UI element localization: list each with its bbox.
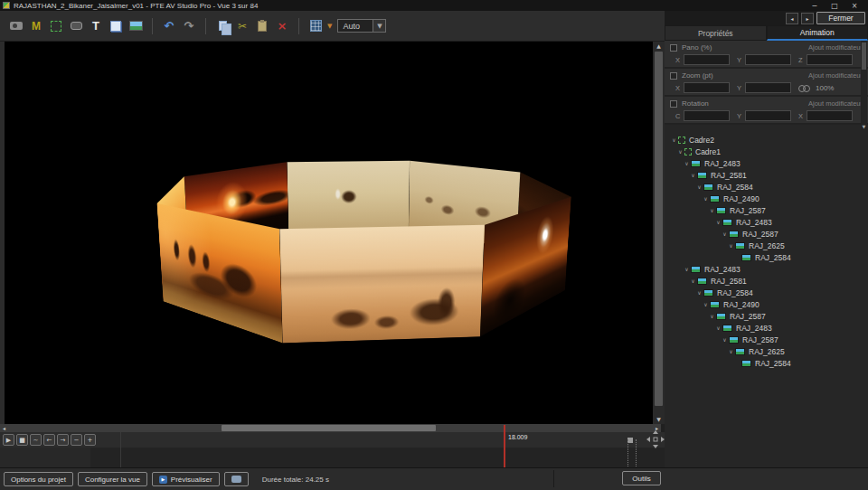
pano-z-input[interactable] bbox=[807, 54, 853, 65]
auto-zoom-combo[interactable]: Auto ▼ bbox=[337, 19, 386, 33]
timeline[interactable]: ▶■~←→−+ 18.009 bbox=[0, 432, 665, 467]
cut-button[interactable]: ✂ bbox=[233, 17, 251, 35]
tree-item-raj_2584[interactable]: RAJ_2584 bbox=[665, 251, 862, 263]
tree-item-raj_2581[interactable]: ∨RAJ_2581 bbox=[665, 169, 862, 181]
add-button-object-button[interactable] bbox=[67, 17, 85, 35]
delete-button[interactable]: × bbox=[273, 17, 291, 35]
paste-button[interactable] bbox=[253, 17, 271, 35]
chevron-down-icon[interactable]: ∨ bbox=[727, 348, 735, 354]
preview-button[interactable]: ▶Prévisualiser bbox=[152, 472, 220, 486]
chevron-down-icon[interactable]: ∨ bbox=[702, 301, 710, 307]
add-image-button[interactable] bbox=[127, 17, 145, 35]
chevron-down-icon[interactable]: ∨ bbox=[702, 195, 710, 202]
properties-scroll-down-icon[interactable]: ▼ bbox=[861, 124, 867, 130]
waveform-button[interactable]: ~ bbox=[30, 434, 42, 446]
playhead[interactable] bbox=[504, 425, 505, 467]
next-view-button[interactable]: ▸ bbox=[801, 13, 814, 24]
chevron-down-icon[interactable]: ∨ bbox=[721, 336, 729, 343]
chevron-down-icon[interactable]: ∨ bbox=[721, 231, 729, 237]
pano-checkbox[interactable] bbox=[670, 44, 677, 52]
slide-canvas[interactable] bbox=[5, 42, 653, 424]
prev-view-button[interactable]: ◂ bbox=[786, 13, 798, 24]
tree-item-raj_2490[interactable]: ∨RAJ_2490 bbox=[665, 298, 862, 310]
scroll-up-icon[interactable]: ▲ bbox=[653, 42, 665, 51]
rotation-checkbox[interactable] bbox=[670, 100, 677, 108]
tree-item-raj_2584[interactable]: ∨RAJ_2584 bbox=[665, 181, 862, 193]
tree-item-raj_2587[interactable]: ∨RAJ_2587 bbox=[665, 228, 862, 240]
slide-projector-button[interactable] bbox=[7, 17, 25, 35]
rotation-y-input[interactable] bbox=[745, 110, 791, 121]
chevron-down-icon[interactable]: ∨ bbox=[708, 207, 716, 213]
tools-button[interactable]: Outils bbox=[622, 471, 661, 485]
close-panel-button[interactable]: Fermer bbox=[816, 12, 865, 24]
undo-button[interactable]: ↶ bbox=[160, 17, 178, 35]
tree-item-raj_2483[interactable]: ∨RAJ_2483 bbox=[665, 157, 862, 169]
zoom-checkbox[interactable] bbox=[670, 72, 677, 80]
add-rectangle-button[interactable] bbox=[107, 17, 125, 35]
chevron-down-icon[interactable]: ∨ bbox=[689, 172, 697, 178]
add-text-button[interactable]: T bbox=[87, 17, 105, 35]
step-forward-button[interactable]: → bbox=[57, 434, 69, 446]
zoom-add-modifier[interactable]: Ajout modificateur bbox=[808, 71, 863, 80]
tree-item-cadre1[interactable]: ∨Cadre1 bbox=[665, 146, 862, 157]
redo-button[interactable]: ↷ bbox=[180, 17, 198, 35]
step-back-button[interactable]: ← bbox=[43, 434, 55, 446]
stop-button[interactable]: ■ bbox=[16, 434, 28, 446]
zoom-in-button[interactable]: + bbox=[84, 434, 96, 446]
zoom-x-input[interactable] bbox=[684, 82, 730, 93]
chevron-down-icon[interactable]: ∨ bbox=[676, 148, 684, 155]
tree-item-raj_2587[interactable]: ∨RAJ_2587 bbox=[665, 310, 862, 322]
selection-button[interactable] bbox=[47, 17, 65, 35]
tree-item-raj_2483[interactable]: ∨RAJ_2483 bbox=[665, 322, 862, 334]
tab-proprietes[interactable]: Propriétés bbox=[665, 25, 767, 41]
tree-item-raj_2625[interactable]: ∨RAJ_2625 bbox=[665, 345, 862, 357]
keyframe-marker[interactable] bbox=[627, 439, 637, 466]
play-button[interactable]: ▶ bbox=[3, 434, 14, 446]
chevron-down-icon[interactable]: ∨ bbox=[714, 325, 722, 331]
zoom-out-button[interactable]: − bbox=[71, 434, 82, 446]
scroll-down-icon[interactable]: ▼ bbox=[653, 415, 665, 424]
canvas-vertical-scrollbar[interactable]: ▲ ▼ bbox=[653, 42, 665, 424]
timeline-ruler[interactable] bbox=[0, 432, 665, 448]
tree-item-raj_2584[interactable]: ∨RAJ_2584 bbox=[665, 287, 862, 298]
pano-x-input[interactable] bbox=[684, 54, 730, 65]
maximize-button[interactable]: □ bbox=[825, 0, 844, 11]
scroll-left-icon[interactable]: ◂ bbox=[0, 424, 8, 432]
timeline-horizontal-scrollbar[interactable]: ◂ ▸ bbox=[0, 424, 661, 432]
tree-item-raj_2483[interactable]: ∨RAJ_2483 bbox=[665, 216, 862, 228]
tree-item-raj_2587[interactable]: ∨RAJ_2587 bbox=[665, 204, 862, 216]
pan-move-icon[interactable] bbox=[646, 429, 665, 449]
zoom-y-input[interactable] bbox=[745, 82, 791, 93]
chevron-down-icon[interactable]: ∨ bbox=[714, 219, 722, 225]
close-button[interactable]: × bbox=[844, 0, 864, 11]
fullscreen-preview-button[interactable] bbox=[224, 472, 249, 486]
properties-scroll-thumb[interactable] bbox=[862, 42, 866, 70]
horizontal-scroll-thumb[interactable] bbox=[222, 425, 436, 431]
chevron-down-icon[interactable]: ∨ bbox=[670, 137, 678, 143]
grid-button[interactable] bbox=[307, 17, 325, 35]
panel-back-center-horse-man[interactable] bbox=[287, 161, 410, 232]
minimize-button[interactable]: ─ bbox=[805, 0, 825, 11]
rotation-c-input[interactable] bbox=[684, 110, 730, 121]
rotation-add-modifier[interactable]: Ajout modificateur bbox=[808, 99, 863, 108]
pano-y-input[interactable] bbox=[745, 54, 791, 65]
properties-scrollbar[interactable]: ▼ bbox=[861, 41, 867, 130]
tree-item-cadre2[interactable]: ∨Cadre2 bbox=[665, 134, 862, 146]
tab-animation[interactable]: Animation bbox=[767, 25, 868, 41]
pano-add-modifier[interactable]: Ajout modificateur bbox=[808, 43, 863, 52]
tree-item-raj_2581[interactable]: ∨RAJ_2581 bbox=[665, 275, 862, 287]
tree-item-raj_2584[interactable]: RAJ_2584 bbox=[665, 357, 862, 369]
chevron-down-icon[interactable]: ∨ bbox=[689, 278, 697, 284]
tree-item-raj_2483[interactable]: ∨RAJ_2483 bbox=[665, 263, 862, 275]
mask-button[interactable]: M bbox=[27, 17, 45, 35]
copy-button[interactable] bbox=[213, 17, 231, 35]
tree-item-raj_2587[interactable]: ∨RAJ_2587 bbox=[665, 334, 862, 345]
rotation-x-input[interactable] bbox=[807, 110, 853, 121]
tree-item-raj_2490[interactable]: ∨RAJ_2490 bbox=[665, 193, 862, 204]
chevron-down-icon[interactable]: ∨ bbox=[708, 313, 716, 319]
link-xy-icon[interactable] bbox=[798, 84, 811, 91]
project-options-button[interactable]: Options du projet bbox=[4, 472, 73, 486]
chevron-down-icon[interactable]: ∨ bbox=[683, 266, 691, 272]
chevron-down-icon[interactable]: ∨ bbox=[695, 184, 703, 190]
panel-front-center-camel-herd[interactable] bbox=[279, 225, 485, 344]
